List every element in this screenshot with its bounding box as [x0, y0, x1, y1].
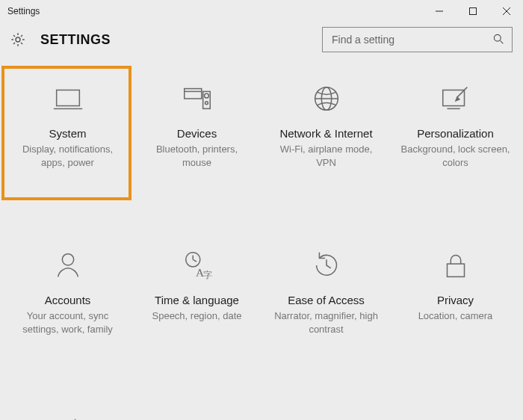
tile-privacy[interactable]: Privacy Location, camera	[391, 240, 520, 371]
page-title: SETTINGS	[40, 32, 111, 48]
tile-accounts[interactable]: Accounts Your account, sync settings, wo…	[3, 240, 132, 371]
tile-system[interactable]: System Display, notifications, apps, pow…	[3, 73, 132, 204]
tile-desc: Display, notifications, apps, power	[7, 143, 128, 169]
tile-title: Network & Internet	[279, 127, 372, 140]
window-maximize-button[interactable]	[456, 0, 489, 22]
lock-icon	[438, 247, 474, 283]
svg-rect-26	[447, 264, 464, 277]
tile-title: Accounts	[45, 294, 91, 306]
svg-point-12	[204, 93, 208, 98]
tile-title: System	[49, 127, 86, 140]
tile-network[interactable]: Network & Internet Wi-Fi, airplane mode,…	[262, 73, 391, 204]
ease-of-access-icon	[309, 247, 344, 283]
search-box[interactable]	[322, 27, 513, 52]
tile-desc: Wi-Fi, airplane mode, VPN	[266, 143, 386, 169]
tile-desc: Narrator, magnifier, high contrast	[266, 309, 386, 336]
svg-point-20	[62, 254, 73, 265]
settings-grid: System Display, notifications, apps, pow…	[0, 63, 523, 420]
svg-line-6	[500, 40, 503, 43]
svg-line-23	[193, 259, 196, 262]
tile-title: Ease of Access	[288, 294, 365, 306]
svg-point-5	[494, 34, 501, 41]
tile-devices[interactable]: Devices Bluetooth, printers, mouse	[132, 73, 262, 204]
window-minimize-button[interactable]	[422, 0, 456, 22]
window-titlebar: Settings	[0, 0, 523, 22]
tile-desc: Location, camera	[414, 309, 498, 323]
devices-icon	[179, 81, 215, 117]
search-icon	[492, 33, 506, 46]
globe-icon	[309, 81, 344, 117]
person-icon	[50, 247, 86, 283]
svg-rect-17	[442, 90, 464, 106]
svg-point-13	[205, 102, 208, 105]
settings-gear-icon	[9, 31, 27, 49]
svg-text:字: 字	[202, 270, 211, 280]
svg-rect-1	[469, 8, 476, 15]
tile-title: Personalization	[417, 127, 494, 140]
svg-rect-7	[56, 90, 79, 106]
search-input[interactable]	[330, 33, 492, 46]
tile-desc: Background, lock screen, colors	[395, 143, 516, 169]
svg-line-19	[457, 87, 466, 97]
svg-point-4	[16, 37, 20, 42]
tile-title: Time & language	[155, 294, 239, 306]
system-icon	[50, 81, 86, 117]
window-close-button[interactable]	[489, 0, 523, 22]
tile-title: Privacy	[437, 294, 474, 306]
personalization-icon	[438, 81, 474, 117]
window-title: Settings	[7, 6, 40, 16]
tile-desc: Bluetooth, printers, mouse	[137, 143, 257, 169]
svg-rect-9	[184, 89, 201, 99]
tile-time-language[interactable]: A 字 Time & language Speech, region, date	[132, 240, 262, 371]
tile-ease-of-access[interactable]: Ease of Access Narrator, magnifier, high…	[262, 240, 391, 371]
tile-title: Devices	[177, 127, 217, 140]
tile-personalization[interactable]: Personalization Background, lock screen,…	[391, 73, 520, 204]
update-icon	[50, 414, 86, 420]
header: SETTINGS	[0, 22, 523, 63]
tile-update-security[interactable]: Update & security Windows Update	[3, 407, 132, 420]
tile-desc: Your account, sync settings, work, famil…	[7, 309, 128, 336]
tile-desc: Speech, region, date	[148, 309, 247, 323]
time-language-icon: A 字	[179, 247, 215, 283]
